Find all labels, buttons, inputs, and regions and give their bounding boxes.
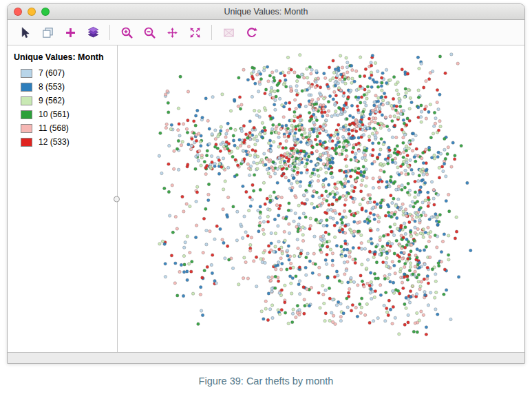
full-extent-icon	[189, 26, 202, 39]
legend-item[interactable]: 9 (562)	[21, 96, 113, 105]
legend-items: 7 (607)8 (553)9 (562)10 (561)11 (568)12 …	[14, 68, 113, 147]
status-bar	[8, 352, 524, 363]
zoom-in-icon	[120, 26, 134, 39]
base-map-disabled-icon	[222, 26, 235, 39]
layers-button[interactable]	[83, 23, 103, 42]
legend-swatch	[21, 110, 32, 119]
legend-swatch	[21, 96, 32, 105]
selection-mode-button[interactable]	[37, 23, 58, 42]
legend-title: Unique Values: Month	[14, 52, 113, 62]
map-canvas[interactable]	[123, 45, 524, 352]
zoom-out-icon	[143, 26, 156, 39]
page: Unique Values: Month	[0, 0, 532, 401]
splitter-handle[interactable]	[114, 196, 120, 202]
plus-icon	[64, 26, 77, 39]
legend-label: 8 (553)	[39, 82, 65, 92]
legend-item[interactable]: 12 (533)	[21, 137, 113, 147]
legend-label: 12 (533)	[39, 137, 70, 147]
legend-swatch	[21, 138, 32, 147]
base-map-button[interactable]	[218, 23, 239, 42]
figure-caption: Figure 39: Car thefts by month	[0, 376, 532, 387]
legend-label: 9 (562)	[39, 96, 65, 105]
legend-item[interactable]: 11 (568)	[21, 123, 113, 133]
add-button[interactable]	[60, 23, 81, 42]
legend-swatch	[21, 124, 32, 133]
refresh-icon	[245, 26, 258, 39]
maximize-button[interactable]	[41, 8, 50, 16]
map-area[interactable]	[123, 45, 524, 352]
toolbar-separator	[109, 25, 110, 40]
legend-label: 11 (568)	[39, 123, 69, 133]
full-extent-button[interactable]	[184, 23, 205, 42]
traffic-lights	[14, 8, 50, 16]
app-window: Unique Values: Month	[7, 3, 525, 364]
close-button[interactable]	[14, 8, 22, 16]
titlebar: Unique Values: Month	[8, 4, 524, 20]
toolbar-separator	[211, 25, 212, 40]
refresh-button[interactable]	[241, 23, 262, 42]
zoom-in-button[interactable]	[116, 23, 137, 42]
select-cursor-icon	[19, 26, 32, 39]
pan-icon	[166, 26, 179, 39]
legend-item[interactable]: 7 (607)	[21, 68, 113, 78]
layers-icon	[87, 26, 100, 39]
splitter[interactable]	[118, 45, 123, 352]
toolbar	[8, 20, 524, 45]
legend-swatch	[21, 69, 32, 78]
legend-panel: Unique Values: Month 7 (607)8 (553)9 (56…	[8, 45, 118, 352]
legend-swatch	[21, 83, 32, 92]
selection-mode-icon	[41, 26, 54, 39]
legend-item[interactable]: 8 (553)	[21, 82, 113, 92]
window-title: Unique Values: Month	[8, 4, 524, 19]
pan-button[interactable]	[162, 23, 182, 42]
legend-label: 7 (607)	[39, 68, 65, 78]
legend-label: 10 (561)	[39, 110, 70, 119]
zoom-out-button[interactable]	[139, 23, 160, 42]
content-area: Unique Values: Month 7 (607)8 (553)9 (56…	[8, 45, 524, 352]
legend-item[interactable]: 10 (561)	[21, 110, 113, 119]
select-tool-button[interactable]	[14, 23, 35, 42]
minimize-button[interactable]	[28, 8, 36, 16]
